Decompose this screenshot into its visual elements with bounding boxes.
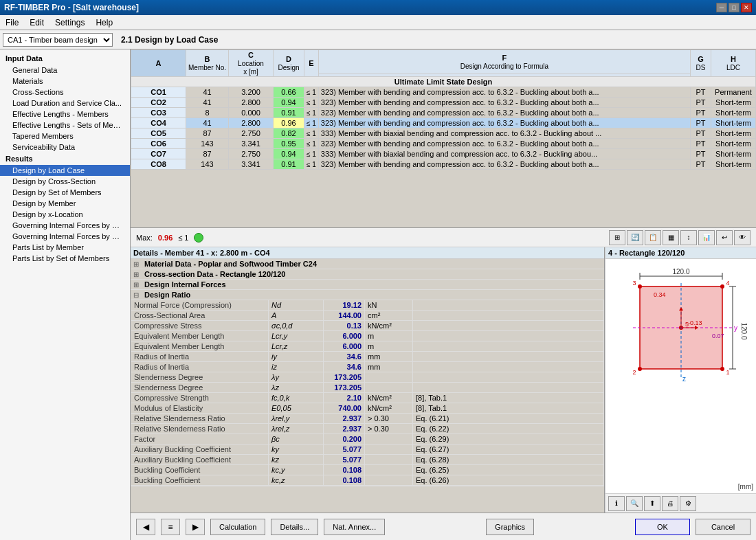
sidebar-item-eff-lengths-sets[interactable]: Effective Lengths - Sets of Mem... (0, 120, 130, 131)
ldc-value: Short-term (711, 159, 756, 170)
details-header: Details - Member 41 - x: 2.800 m - CO4 (131, 247, 604, 259)
cross-section-data-label: Cross-section Data - Rectangle 120/120 (144, 270, 285, 278)
list-item: Slenderness Degree λy 173.205 (131, 372, 604, 383)
table-row[interactable]: CO2 41 2.800 0.94 ≤ 1 323) Member with b… (131, 98, 756, 108)
design-internal-forces-label: Design Internal Forces (144, 280, 226, 289)
sidebar-item-parts-list-set[interactable]: Parts List by Set of Members (0, 253, 130, 264)
sidebar-item-serviceability[interactable]: Serviceability Data (0, 142, 130, 153)
section-title: 2.1 Design by Load Case (121, 35, 218, 45)
section-export-btn[interactable]: ⬆ (644, 496, 660, 511)
title-bar: RF-TIMBER Pro - [Salt warehouse] ─ □ ✕ (0, 0, 756, 15)
list-item: Cross-Sectional Area A 144.00 cm² (131, 311, 604, 321)
sidebar-item-eff-lengths-members[interactable]: Effective Lengths - Members (0, 109, 130, 120)
sidebar-item-materials[interactable]: Materials (0, 76, 130, 87)
status-bar: Max: 0.96 ≤ 1 ⊞ 🔄 📋 ▦ ↕ 📊 ↩ 👁 (131, 228, 756, 247)
cross-section-data-toggle[interactable]: ⊞ Cross-section Data - Rectangle 120/120 (131, 269, 604, 279)
nav-forward-button[interactable]: ▶ (186, 519, 205, 535)
sidebar-item-design-member[interactable]: Design by Member (0, 198, 130, 209)
section-settings-btn[interactable]: ⚙ (680, 496, 696, 511)
sidebar-item-parts-list-member[interactable]: Parts List by Member (0, 242, 130, 253)
ds-value: PT (691, 128, 711, 139)
view-button-4[interactable]: ▦ (663, 230, 679, 245)
member-no: 8 (186, 108, 229, 118)
close-button[interactable]: ✕ (741, 3, 752, 12)
max-label: Max: (136, 234, 153, 242)
table-row[interactable]: CO4 41 2.800 0.96 ≤ 1 323) Member with b… (131, 118, 756, 128)
sidebar-item-general-data[interactable]: General Data (0, 65, 130, 76)
section-info-btn[interactable]: ℹ (608, 496, 625, 511)
le-value: ≤ 1 (304, 139, 319, 149)
sidebar-item-governing-forces-m[interactable]: Governing Internal Forces by M... (0, 220, 130, 231)
location: 2.750 (229, 128, 274, 139)
cancel-button[interactable]: Cancel (696, 519, 751, 535)
material-data-toggle[interactable]: ⊞ Material Data - Poplar and Softwood Ti… (131, 259, 604, 269)
view-button-3[interactable]: 📋 (645, 230, 661, 245)
nat-annex-button[interactable]: Nat. Annex... (324, 519, 385, 535)
table-row[interactable]: CO1 41 3.200 0.66 ≤ 1 323) Member with b… (131, 87, 756, 98)
view-button-1[interactable]: ⊞ (609, 230, 625, 245)
maximize-button[interactable]: □ (729, 3, 740, 12)
ldc-value: Short-term (711, 128, 756, 139)
list-item: Radius of Inertia iy 34.6 mm (131, 352, 604, 362)
list-item: Equivalent Member Length Lcr,z 6.000 m (131, 341, 604, 352)
member-no: 41 (186, 87, 229, 98)
load-case-id: CO1 (131, 87, 186, 98)
le-value: ≤ 1 (304, 118, 319, 128)
view-button-2[interactable]: 🔄 (627, 230, 643, 245)
design-ratio-toggle[interactable]: ⊟ Design Ratio (131, 290, 604, 300)
menu-help[interactable]: Help (90, 15, 118, 30)
sidebar-item-tapered-members[interactable]: Tapered Members (0, 131, 130, 142)
load-case-id: CO6 (131, 139, 186, 149)
member-no: 41 (186, 118, 229, 128)
menu-settings[interactable]: Settings (49, 15, 90, 30)
section-print-btn[interactable]: 🖨 (662, 496, 678, 511)
ldc-value: Short-term (711, 98, 756, 108)
results-table-area[interactable]: A BMember No. CLocationx [m] DDesign E F… (131, 49, 756, 228)
menu-edit[interactable]: Edit (24, 15, 49, 30)
load-case-combo[interactable]: CA1 - Timber beam design (3, 33, 113, 47)
location: 2.800 (229, 118, 274, 128)
table-row[interactable]: CO5 87 2.750 0.82 ≤ 1 333) Member with b… (131, 128, 756, 139)
sidebar-item-design-x-location[interactable]: Design by x-Location (0, 209, 130, 220)
window-title: RF-TIMBER Pro - [Salt warehouse] (4, 3, 139, 12)
menu-file[interactable]: File (0, 15, 24, 30)
view-button-7[interactable]: ↩ (716, 230, 733, 245)
sidebar-item-cross-sections[interactable]: Cross-Sections (0, 87, 130, 98)
graphics-button[interactable]: Graphics (486, 519, 534, 535)
minimize-button[interactable]: ─ (716, 3, 727, 12)
sidebar-section-input: Input Data (0, 52, 130, 65)
ds-value: PT (691, 118, 711, 128)
member-no: 87 (186, 149, 229, 159)
sidebar-item-design-set-members[interactable]: Design by Set of Members (0, 187, 130, 198)
table-row[interactable]: CO7 87 2.750 0.94 ≤ 1 333) Member with b… (131, 149, 756, 159)
section-zoom-btn[interactable]: 🔍 (626, 496, 643, 511)
sidebar-item-governing-forces-s[interactable]: Governing Internal Forces by Se... (0, 231, 130, 242)
formula-text: 323) Member with bending and compression… (318, 139, 690, 149)
table-row[interactable]: CO8 143 3.341 0.91 ≤ 1 323) Member with … (131, 159, 756, 170)
table-row[interactable]: CO6 143 3.341 0.95 ≤ 1 323) Member with … (131, 139, 756, 149)
unit-label: [mm] (738, 483, 753, 491)
sidebar-item-design-cross-section[interactable]: Design by Cross-Section (0, 176, 130, 187)
sidebar-item-design-load-case[interactable]: Design by Load Case (0, 165, 130, 176)
table-row[interactable]: CO3 8 0.000 0.91 ≤ 1 323) Member with be… (131, 108, 756, 118)
design-value: 0.91 (274, 159, 304, 170)
design-value: 0.91 (274, 108, 304, 118)
location: 2.750 (229, 149, 274, 159)
le-value: ≤ 1 (304, 128, 319, 139)
details-button[interactable]: Details... (271, 519, 318, 535)
material-data-label: Material Data - Poplar and Softwood Timb… (144, 260, 317, 268)
nav-back-button[interactable]: ◀ (136, 519, 155, 535)
view-button-8[interactable]: 👁 (734, 230, 751, 245)
design-internal-forces-toggle[interactable]: ⊞ Design Internal Forces (131, 280, 604, 289)
view-button-5[interactable]: ↕ (680, 230, 697, 245)
formula-text: 323) Member with bending and compression… (318, 108, 690, 118)
ok-button[interactable]: OK (635, 519, 690, 535)
le-value: ≤ 1 (304, 159, 319, 170)
nav-list-button[interactable]: ≡ (161, 519, 180, 535)
list-item: Auxiliary Buckling Coefficient ky 5.077 … (131, 445, 604, 455)
sidebar-item-load-duration[interactable]: Load Duration and Service Cla... (0, 98, 130, 109)
sidebar-section-results: Results (0, 153, 130, 165)
calculation-button[interactable]: Calculation (210, 519, 265, 535)
view-button-6[interactable]: 📊 (698, 230, 715, 245)
right-panel: A BMember No. CLocationx [m] DDesign E F… (131, 49, 756, 540)
